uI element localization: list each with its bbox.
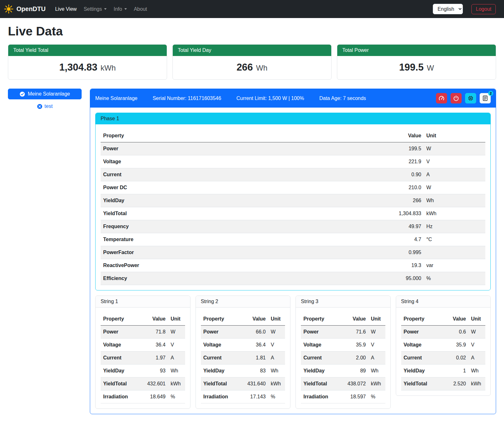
property-cell: YieldDay	[101, 365, 145, 377]
value-cell: 199.5	[385, 142, 424, 155]
unit-cell: W	[424, 142, 485, 155]
logout-button[interactable]: Logout	[471, 4, 496, 14]
table-row: YieldTotal 1,304.833 kWh	[101, 207, 485, 220]
event-log-button[interactable]: 2	[480, 93, 491, 103]
table-row: YieldTotal 431.640 kWh	[201, 377, 285, 390]
value-header: Value	[445, 313, 469, 326]
property-cell: Power	[101, 142, 385, 155]
summary-card-title: Total Yield Total	[8, 45, 167, 56]
summary-card: Total Yield Total 1,304.83 kWh	[8, 44, 167, 80]
summary-card-title: Total Power	[337, 45, 496, 56]
value-cell: 0.90	[385, 168, 424, 181]
unit-cell: Wh	[168, 365, 185, 377]
device-info-button[interactable]	[465, 93, 476, 103]
value-cell: 36.4	[145, 339, 168, 352]
unit-cell: kWh	[268, 377, 285, 390]
value-cell: 1,304.833	[385, 207, 424, 220]
inverter-limit: Current Limit: 1,500 W | 100%	[236, 96, 304, 101]
table-row: Irradiation 18.597 %	[301, 390, 385, 403]
phase-table: Property Value Unit Power 199.5 W Voltag…	[101, 129, 485, 285]
table-row: Voltage 221.9 V	[101, 155, 485, 168]
value-cell: 0.02	[445, 352, 469, 365]
string-card-4: String 4 Property Value Unit	[396, 296, 491, 396]
limit-settings-button[interactable]	[436, 93, 447, 103]
table-row: Voltage 36.4 V	[101, 339, 185, 352]
table-row: YieldDay 1 Wh	[401, 365, 486, 377]
table-header-row: Property Value Unit	[101, 129, 485, 142]
string-table: Property Value Unit Power 66.0 W Voltage…	[201, 313, 285, 403]
check-circle-icon	[20, 91, 25, 97]
table-row: Power 71.8 W	[101, 326, 185, 339]
property-header: Property	[101, 313, 145, 326]
string-card-title: String 2	[196, 296, 290, 308]
property-cell: Temperature	[101, 233, 385, 246]
summary-value: 266	[237, 62, 253, 73]
property-cell: Irradiation	[301, 390, 345, 403]
inverter-button-test[interactable]: test	[34, 103, 55, 110]
unit-cell: %	[368, 390, 385, 403]
property-cell: Frequency	[101, 220, 385, 233]
summary-unit: kWh	[101, 64, 116, 72]
table-row: Power 71.6 W	[301, 326, 385, 339]
property-header: Property	[301, 313, 345, 326]
value-cell: 19.3	[385, 259, 424, 272]
unit-cell: %	[268, 390, 285, 403]
inverter-button-label: Meine Solaranlage	[28, 91, 70, 97]
table-row: Frequency 49.97 Hz	[101, 220, 485, 233]
unit-cell: %	[168, 390, 185, 403]
summary-value: 1,304.83	[59, 62, 97, 73]
nav-live-view[interactable]: Live View	[53, 4, 79, 15]
nav-settings[interactable]: Settings	[81, 4, 109, 15]
chevron-down-icon	[104, 8, 107, 10]
language-select[interactable]: English	[433, 4, 463, 14]
value-cell: 2.00	[345, 352, 369, 365]
value-cell: 0.6	[445, 326, 469, 339]
table-row: Power 199.5 W	[101, 142, 485, 155]
nav-info[interactable]: Info	[111, 4, 129, 15]
unit-cell: °C	[424, 233, 485, 246]
string-table: Property Value Unit Power 0.6 W Voltage …	[401, 313, 486, 390]
property-cell: Irradiation	[101, 390, 145, 403]
property-cell: YieldDay	[401, 365, 445, 377]
string-card-2: String 2 Property Value Unit	[196, 296, 291, 409]
unit-header: Unit	[268, 313, 285, 326]
phase-card: Phase 1 Property Value Unit Power	[95, 113, 491, 290]
unit-cell: V	[469, 339, 485, 352]
unit-cell: Hz	[424, 220, 485, 233]
table-row: YieldTotal 432.601 kWh	[101, 377, 185, 390]
sun-icon	[4, 4, 14, 14]
value-header: Value	[345, 313, 369, 326]
content-row: Meine Solaranlage test Meine Solaranlage…	[8, 89, 496, 414]
nav-about[interactable]: About	[131, 4, 150, 15]
table-row: YieldDay 93 Wh	[101, 365, 185, 377]
unit-cell: kWh	[368, 377, 385, 390]
property-cell: YieldTotal	[401, 377, 445, 390]
property-cell: Voltage	[301, 339, 345, 352]
property-cell: Voltage	[101, 339, 145, 352]
journal-icon	[482, 95, 488, 101]
property-cell: YieldTotal	[101, 207, 385, 220]
brand-label: OpenDTU	[16, 5, 46, 13]
unit-cell: A	[424, 168, 485, 181]
inverter-button-label: test	[45, 103, 53, 109]
value-cell: 49.97	[385, 220, 424, 233]
inverter-serial: Serial Number: 116171603546	[152, 96, 221, 101]
table-row: Irradiation 17.143 %	[201, 390, 285, 403]
unit-cell: Wh	[368, 365, 385, 377]
table-header-row: Property Value Unit	[101, 313, 185, 326]
table-row: Efficiency 95.000 %	[101, 272, 485, 285]
value-cell: 18.597	[345, 390, 369, 403]
inverter-button-active[interactable]: Meine Solaranlage	[8, 89, 82, 99]
inverter-panel-header: Meine Solaranlage Serial Number: 1161716…	[90, 89, 496, 108]
table-row: ReactivePower 19.3 var	[101, 259, 485, 272]
property-cell: Current	[301, 352, 345, 365]
inverter-panel: Meine Solaranlage Serial Number: 1161716…	[90, 89, 496, 414]
brand[interactable]: OpenDTU	[4, 4, 46, 14]
property-cell: Power	[101, 326, 145, 339]
value-header: Value	[145, 313, 168, 326]
power-icon	[453, 95, 459, 101]
string-table: Property Value Unit Power 71.6 W Voltage…	[301, 313, 385, 403]
property-cell: Power	[301, 326, 345, 339]
unit-cell: Wh	[268, 365, 285, 377]
power-control-button[interactable]	[451, 93, 462, 103]
